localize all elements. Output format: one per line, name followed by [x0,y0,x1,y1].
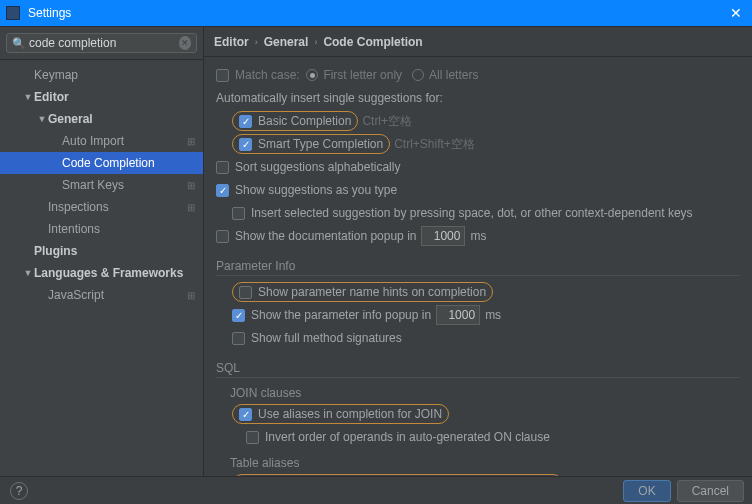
cancel-button[interactable]: Cancel [677,480,744,502]
close-icon[interactable]: ✕ [726,5,746,21]
app-icon [6,6,20,20]
sidebar-item-inspections[interactable]: Inspections⊞ [0,196,203,218]
param-hints-checkbox[interactable] [239,286,252,299]
sidebar-item-plugins[interactable]: Plugins [0,240,203,262]
join-subheader: JOIN clauses [216,386,740,400]
chevron-down-icon: ▼ [22,268,34,278]
insert-selected-checkbox[interactable] [232,207,245,220]
ok-button[interactable]: OK [623,480,670,502]
basic-completion-checkbox[interactable]: ✓ [239,115,252,128]
invert-checkbox[interactable] [246,431,259,444]
search-input[interactable] [29,36,179,50]
param-popup-checkbox[interactable]: ✓ [232,309,245,322]
sidebar: 🔍 ✕ Keymap ▼Editor ▼General Auto Import⊞… [0,27,204,504]
scope-icon: ⊞ [185,202,197,213]
search-input-wrap[interactable]: 🔍 ✕ [6,33,197,53]
sidebar-item-javascript[interactable]: JavaScript⊞ [0,284,203,306]
titlebar: Settings ✕ [0,0,752,26]
all-letters-radio[interactable] [412,69,424,81]
sidebar-item-editor[interactable]: ▼Editor [0,86,203,108]
param-delay-field[interactable] [436,305,480,325]
sidebar-item-code-completion[interactable]: Code Completion [0,152,203,174]
sql-header: SQL [216,361,740,378]
match-case-checkbox[interactable] [216,69,229,82]
sidebar-item-auto-import[interactable]: Auto Import⊞ [0,130,203,152]
scope-icon: ⊞ [185,180,197,191]
show-as-you-type-checkbox[interactable]: ✓ [216,184,229,197]
sidebar-item-general[interactable]: ▼General [0,108,203,130]
search-icon: 🔍 [12,37,26,50]
parameter-info-header: Parameter Info [216,259,740,276]
auto-insert-label: Automatically insert single suggestions … [216,91,443,105]
scope-icon: ⊞ [185,136,197,147]
clear-search-icon[interactable]: ✕ [179,36,191,50]
full-sig-checkbox[interactable] [232,332,245,345]
use-alias-checkbox[interactable]: ✓ [239,408,252,421]
chevron-right-icon: › [314,37,317,47]
dialog-footer: ? OK Cancel [0,476,752,504]
show-doc-checkbox[interactable] [216,230,229,243]
sidebar-item-intentions[interactable]: Intentions [0,218,203,240]
breadcrumb: Editor› General› Code Completion [204,27,752,57]
chevron-down-icon: ▼ [22,92,34,102]
sidebar-item-languages[interactable]: ▼Languages & Frameworks [0,262,203,284]
chevron-down-icon: ▼ [36,114,48,124]
chevron-right-icon: › [255,37,258,47]
first-letter-radio[interactable] [306,69,318,81]
help-button[interactable]: ? [10,482,28,500]
window-title: Settings [28,6,726,20]
sidebar-item-smart-keys[interactable]: Smart Keys⊞ [0,174,203,196]
sort-alpha-checkbox[interactable] [216,161,229,174]
scope-icon: ⊞ [185,290,197,301]
settings-panel: Match case: First letter only All letter… [204,57,752,504]
table-alias-subheader: Table aliases [216,456,740,470]
settings-tree: Keymap ▼Editor ▼General Auto Import⊞ Cod… [0,60,203,504]
smart-completion-checkbox[interactable]: ✓ [239,138,252,151]
sidebar-item-keymap[interactable]: Keymap [0,64,203,86]
doc-delay-field[interactable] [421,226,465,246]
